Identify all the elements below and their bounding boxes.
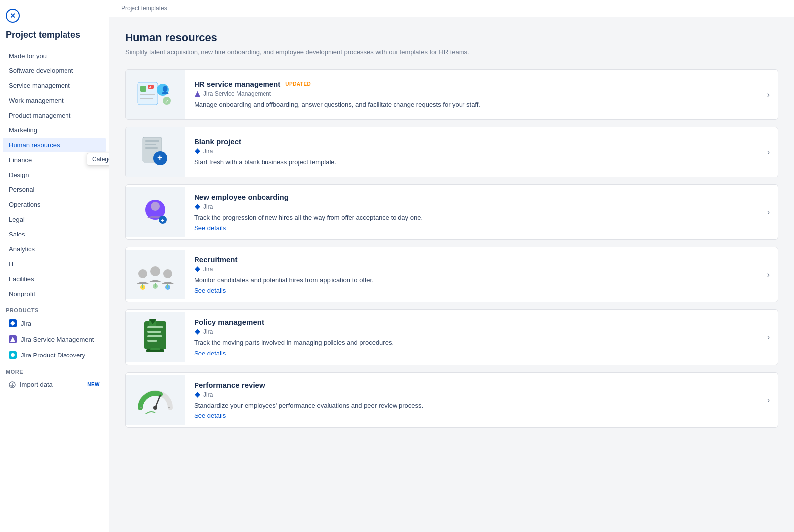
svg-rect-17 [145,147,158,149]
template-card-blank[interactable]: + Blank project Jira Start fresh with a … [125,127,778,177]
svg-point-21 [151,202,160,211]
card-chevron-recruitment: › [759,270,778,279]
see-details-recruitment[interactable]: See details [194,287,750,294]
sidebar-title: Project templates [0,30,109,48]
jira-product-icon-performance [194,391,201,398]
card-image-onboarding: + [126,187,185,237]
sidebar-nav-item-human-resources[interactable]: Human resources [3,138,106,152]
card-desc-performance: Standardize your employees' performance … [194,401,750,410]
page-title: Human resources [125,31,778,44]
jira-product-icon-policy [194,328,201,335]
sidebar-nav-item-product-management[interactable]: Product management [3,108,106,122]
import-icon [9,381,16,388]
sidebar-nav-item-sales[interactable]: Sales [3,227,106,241]
sidebar-product-jira[interactable]: Jira [3,316,106,331]
card-title-hr-service: HR service management [194,80,280,88]
svg-rect-36 [147,335,162,337]
card-body-onboarding: New employee onboarding Jira Track the p… [185,185,759,239]
card-product-performance: Jira [203,391,213,398]
sidebar-product-jpd[interactable]: Jira Product Discovery [3,348,106,362]
main-content: Project templates Human resources Simpli… [109,0,794,532]
jira-product-icon-blank [194,148,201,155]
sidebar-nav-item-nonprofit[interactable]: Nonprofit [3,287,106,301]
svg-point-42 [153,406,157,410]
card-title-policy: Policy management [194,318,264,326]
breadcrumb: Project templates [109,0,794,17]
updated-badge-hr-service: UPDATED [285,81,311,87]
svg-point-24 [138,269,147,278]
template-card-policy[interactable]: Policy management Jira Track the moving … [125,309,778,365]
template-card-recruitment[interactable]: Recruitment Jira Monitor candidates and … [125,247,778,302]
svg-rect-3 [138,82,158,105]
card-image-recruitment [126,250,185,299]
card-desc-policy: Track the moving parts involved in manag… [194,338,750,347]
import-data-row[interactable]: Import data NEW [3,377,106,392]
sidebar-nav-item-software-development[interactable]: Software development [3,63,106,78]
card-image-blank: + [126,127,185,177]
sidebar-nav-item-made-for-you[interactable]: Made for you [3,49,106,63]
card-desc-hr-service: Manage onboarding and offboarding, answe… [194,100,750,109]
svg-rect-34 [147,326,163,328]
see-details-onboarding[interactable]: See details [194,224,750,232]
sidebar-nav-item-legal[interactable]: Legal [3,212,106,227]
close-button[interactable]: ✕ [6,9,20,23]
new-badge: NEW [87,382,100,387]
card-body-policy: Policy management Jira Track the moving … [185,310,759,364]
svg-text:+: + [161,217,164,223]
sidebar-nav-item-service-management[interactable]: Service management [3,78,106,93]
sidebar-nav-item-work-management[interactable]: Work management [3,93,106,108]
svg-point-1 [11,353,15,357]
see-details-performance[interactable]: See details [194,412,750,419]
svg-rect-30 [155,283,156,287]
card-desc-onboarding: Track the progression of new hires all t… [194,213,750,222]
sidebar-nav-item-marketing[interactable]: Marketing [3,123,106,137]
jsm-icon [9,335,17,343]
category-tooltip: Category navigation [87,153,109,166]
svg-rect-15 [145,140,159,142]
card-image-hr-service: 👤 ✗ ✓ [126,70,185,119]
svg-point-25 [150,266,160,276]
sidebar-nav-item-it[interactable]: IT [3,257,106,271]
sidebar-nav-item-analytics[interactable]: Analytics [3,242,106,256]
svg-text:👤: 👤 [161,86,170,94]
svg-rect-40 [150,348,160,350]
svg-rect-37 [147,340,157,342]
sidebar-nav-item-operations[interactable]: Operations [3,197,106,212]
sidebar-nav-item-personal[interactable]: Personal [3,182,106,197]
template-card-performance[interactable]: Performance review Jira Standardize your… [125,372,778,428]
sidebar: ✕ Project templates Made for youSoftware… [0,0,109,532]
sidebar-nav-item-design[interactable]: Design [3,168,106,182]
jira-icon [9,319,17,327]
card-product-recruitment: Jira [203,266,213,273]
jira-label: Jira [21,320,31,327]
svg-rect-4 [140,86,146,92]
svg-rect-32 [167,284,168,288]
card-chevron-onboarding: › [759,208,778,217]
card-product-hr-service: Jira Service Management [203,90,271,97]
content-area: Human resources Simplify talent acquisit… [109,17,794,532]
svg-marker-0 [10,337,15,342]
card-image-policy [126,312,185,362]
card-image-performance [126,375,185,425]
card-chevron-hr-service: › [759,90,778,99]
card-body-hr-service: HR service management UPDATED Jira Servi… [185,72,759,117]
card-title-recruitment: Recruitment [194,255,238,264]
card-title-performance: Performance review [194,381,265,389]
svg-text:✓: ✓ [165,99,169,104]
card-product-blank: Jira [203,148,213,155]
svg-rect-16 [145,144,156,145]
card-product-policy: Jira [203,328,213,335]
see-details-policy[interactable]: See details [194,350,750,357]
sidebar-product-jsm[interactable]: Jira Service Management [3,332,106,347]
sidebar-nav-item-facilities[interactable]: Facilities [3,272,106,286]
card-body-performance: Performance review Jira Standardize your… [185,373,759,427]
jsm-label: Jira Service Management [21,336,94,343]
svg-text:+: + [157,153,163,163]
card-title-onboarding: New employee onboarding [194,193,289,201]
template-card-hr-service[interactable]: 👤 ✗ ✓ HR service management UPDATED Jira… [125,69,778,120]
card-chevron-policy: › [759,333,778,342]
template-card-onboarding[interactable]: + New employee onboarding Jira Track the… [125,184,778,240]
jsm-product-icon [194,90,201,97]
more-section-label: MORE [0,363,109,377]
svg-text:✗: ✗ [149,85,152,89]
